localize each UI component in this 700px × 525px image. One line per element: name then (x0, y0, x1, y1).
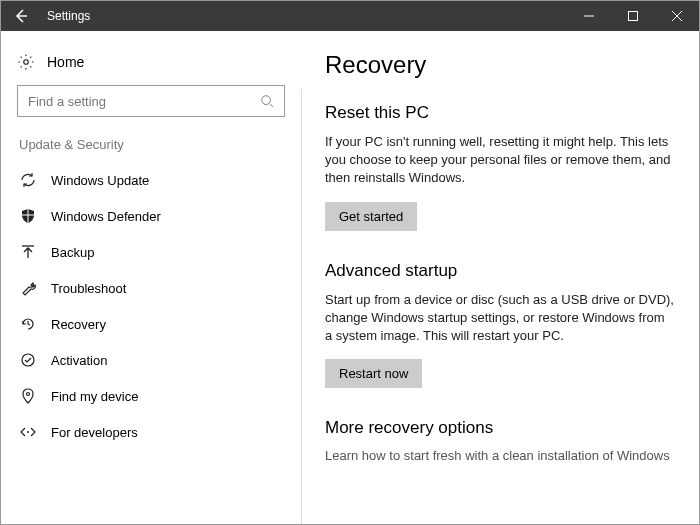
sidebar-item-for-developers[interactable]: For developers (9, 414, 293, 450)
sidebar: Home Find a setting Update & Security Wi… (1, 31, 301, 525)
close-button[interactable] (655, 1, 699, 31)
sidebar-item-label: Backup (51, 245, 94, 260)
window-title: Settings (47, 9, 567, 23)
sidebar-item-label: Windows Update (51, 173, 149, 188)
svg-rect-0 (629, 12, 638, 21)
search-placeholder: Find a setting (28, 94, 260, 109)
svg-point-1 (24, 60, 29, 65)
reset-body: If your PC isn't running well, resetting… (325, 133, 675, 188)
search-icon (260, 94, 274, 108)
get-started-button[interactable]: Get started (325, 202, 417, 231)
search-input[interactable]: Find a setting (17, 85, 285, 117)
sidebar-item-windows-update[interactable]: Windows Update (9, 162, 293, 198)
svg-point-4 (27, 393, 30, 396)
fresh-install-link[interactable]: Learn how to start fresh with a clean in… (325, 448, 675, 463)
maximize-button[interactable] (611, 1, 655, 31)
backup-icon (19, 244, 37, 260)
history-icon (19, 316, 37, 332)
svg-point-3 (22, 354, 34, 366)
restart-now-button[interactable]: Restart now (325, 359, 422, 388)
back-button[interactable] (1, 1, 41, 31)
sidebar-item-label: Troubleshoot (51, 281, 126, 296)
reset-heading: Reset this PC (325, 103, 675, 123)
home-button[interactable]: Home (9, 47, 293, 85)
advanced-body: Start up from a device or disc (such as … (325, 291, 675, 346)
content-area: Recovery Reset this PC If your PC isn't … (301, 31, 699, 525)
wrench-icon (19, 280, 37, 296)
sidebar-item-find-my-device[interactable]: Find my device (9, 378, 293, 414)
svg-point-2 (262, 96, 271, 105)
sidebar-item-recovery[interactable]: Recovery (9, 306, 293, 342)
sidebar-item-activation[interactable]: Activation (9, 342, 293, 378)
shield-icon (19, 208, 37, 224)
sidebar-item-backup[interactable]: Backup (9, 234, 293, 270)
svg-point-5 (27, 431, 29, 433)
sync-icon (19, 172, 37, 188)
gear-icon (17, 53, 35, 71)
home-label: Home (47, 54, 84, 70)
sidebar-item-label: Find my device (51, 389, 138, 404)
advanced-heading: Advanced startup (325, 261, 675, 281)
titlebar: Settings (1, 1, 699, 31)
sidebar-item-troubleshoot[interactable]: Troubleshoot (9, 270, 293, 306)
minimize-button[interactable] (567, 1, 611, 31)
page-title: Recovery (325, 51, 675, 79)
developer-icon (19, 424, 37, 440)
check-circle-icon (19, 352, 37, 368)
more-heading: More recovery options (325, 418, 675, 438)
sidebar-item-label: For developers (51, 425, 138, 440)
sidebar-item-label: Windows Defender (51, 209, 161, 224)
sidebar-item-label: Activation (51, 353, 107, 368)
sidebar-item-windows-defender[interactable]: Windows Defender (9, 198, 293, 234)
sidebar-item-label: Recovery (51, 317, 106, 332)
section-label: Update & Security (9, 137, 293, 162)
location-icon (19, 388, 37, 404)
